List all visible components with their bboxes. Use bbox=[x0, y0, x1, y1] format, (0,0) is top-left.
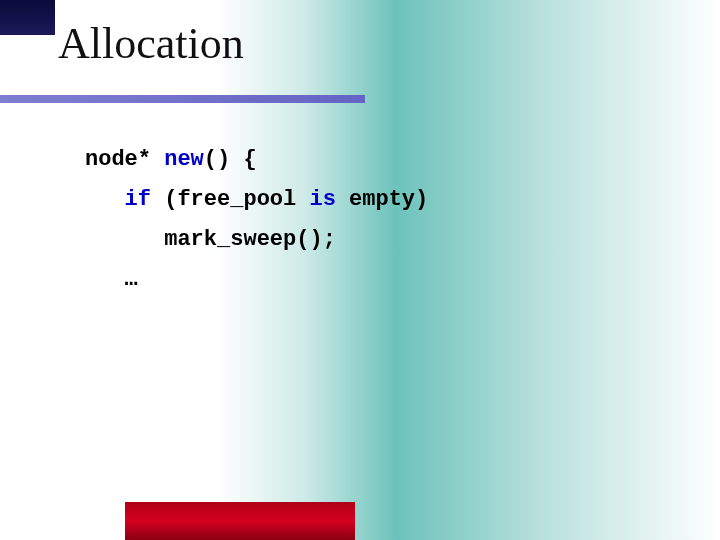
code-text bbox=[85, 187, 125, 212]
code-line-1: node* new() { bbox=[85, 140, 428, 180]
code-line-3: mark_sweep(); bbox=[85, 220, 428, 260]
code-line-4: … bbox=[85, 260, 428, 300]
code-text: empty) bbox=[336, 187, 428, 212]
slide-title: Allocation bbox=[58, 18, 244, 69]
code-line-2: if (free_pool is empty) bbox=[85, 180, 428, 220]
title-underline bbox=[0, 95, 365, 103]
keyword-if: if bbox=[125, 187, 151, 212]
code-text: () { bbox=[204, 147, 257, 172]
bottom-accent-bar bbox=[125, 502, 355, 540]
code-text: node* bbox=[85, 147, 164, 172]
code-block: node* new() { if (free_pool is empty) ma… bbox=[85, 140, 428, 300]
keyword-is: is bbox=[309, 187, 335, 212]
keyword-new: new bbox=[164, 147, 204, 172]
code-text: (free_pool bbox=[151, 187, 309, 212]
corner-accent bbox=[0, 0, 55, 35]
